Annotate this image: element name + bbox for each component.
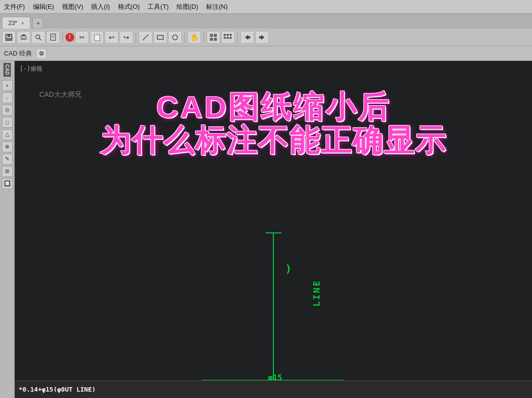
tab-label: 23* xyxy=(8,20,17,27)
menu-tools[interactable]: 工具(T) xyxy=(148,2,169,11)
workspace-toolbar: CAD 经典 ⚙ xyxy=(0,46,532,61)
svg-line-11 xyxy=(143,34,148,40)
draw-button-2[interactable] xyxy=(153,31,167,44)
draw-button-3[interactable] xyxy=(168,31,182,44)
main-toolbar: ! ✂ 📋 ↩ ↪ ✋ xyxy=(0,28,532,46)
svg-rect-18 xyxy=(224,34,226,36)
svg-rect-16 xyxy=(210,38,213,41)
cad-side-label[interactable]: CAD xyxy=(3,63,11,77)
overlay-title-line2: 为什么标注不能正确显示 xyxy=(15,124,532,157)
status-indicator: ! xyxy=(65,33,74,42)
left-tool-1[interactable]: + xyxy=(2,80,13,91)
menu-bar: 文件(F) 编辑(E) 视图(V) 插入(I) 格式(O) 工具(T) 绘图(D… xyxy=(0,0,532,14)
tab-close-button[interactable]: × xyxy=(21,20,24,26)
left-panel: CAD + - ◎ □ △ ⊕ ✎ ⊞ 🔲 xyxy=(0,61,15,398)
menu-annotate[interactable]: 标注(N) xyxy=(206,2,228,11)
left-tool-9[interactable]: 🔲 xyxy=(2,178,13,189)
undo-button[interactable]: ↩ xyxy=(105,31,118,44)
back-arrow-icon xyxy=(243,33,251,41)
separator-5 xyxy=(237,32,238,42)
svg-rect-21 xyxy=(224,37,226,39)
svg-rect-5 xyxy=(22,38,25,39)
overlay-title: CAD图纸缩小后 为什么标注不能正确显示 xyxy=(15,90,532,157)
separator-1 xyxy=(62,32,63,42)
status-dot: ! xyxy=(69,34,70,40)
svg-rect-17 xyxy=(214,38,217,41)
draw-button-1[interactable] xyxy=(139,31,152,44)
svg-rect-15 xyxy=(214,34,217,37)
page-button[interactable] xyxy=(46,31,60,44)
main-area: CAD + - ◎ □ △ ⊕ ✎ ⊞ 🔲 [-]俯视 CAD大大师兄 LINE… xyxy=(0,61,532,398)
print-button[interactable] xyxy=(17,31,30,44)
redo-button[interactable]: ↪ xyxy=(119,31,133,44)
separator-2 xyxy=(136,32,136,42)
overlay-title-line1: CAD图纸缩小后 xyxy=(15,90,532,124)
svg-rect-19 xyxy=(227,34,229,36)
tab-bar: 23* × + xyxy=(0,14,532,28)
back-button[interactable] xyxy=(240,31,254,44)
workspace-label: CAD 经典 xyxy=(4,49,32,58)
page-icon xyxy=(49,33,57,41)
tab-add-button[interactable]: + xyxy=(32,18,43,28)
left-tool-3[interactable]: ◎ xyxy=(2,105,13,115)
left-tool-8[interactable]: ⊞ xyxy=(2,166,13,177)
status-bar: *0.14+φ15(φ0UT LINE) xyxy=(15,380,532,398)
calc-icon xyxy=(223,33,233,41)
grid-button-2[interactable] xyxy=(221,31,235,44)
svg-rect-20 xyxy=(230,34,232,36)
left-tool-7[interactable]: ✎ xyxy=(2,154,13,165)
svg-rect-12 xyxy=(157,35,163,39)
svg-rect-2 xyxy=(6,38,11,40)
separator-3 xyxy=(184,32,185,42)
rect-tool-icon xyxy=(156,33,164,41)
save-button[interactable] xyxy=(2,31,16,44)
svg-text:): ) xyxy=(285,262,292,275)
svg-rect-4 xyxy=(22,34,25,36)
status-text: *0.14+φ15(φ0UT LINE) xyxy=(19,386,96,393)
svg-line-7 xyxy=(39,38,41,40)
left-tool-4[interactable]: □ xyxy=(2,117,13,128)
print-icon xyxy=(20,33,28,41)
left-tool-2[interactable]: - xyxy=(2,92,13,103)
save-icon xyxy=(5,33,13,41)
svg-rect-23 xyxy=(230,37,232,39)
left-tool-6[interactable]: ⊕ xyxy=(2,142,13,152)
menu-format[interactable]: 格式(O) xyxy=(118,2,140,11)
zoom-icon xyxy=(34,33,42,41)
grid-icon xyxy=(209,33,217,41)
svg-point-6 xyxy=(36,35,40,39)
left-tool-5[interactable]: △ xyxy=(2,129,13,140)
forward-arrow-icon xyxy=(258,33,266,41)
menu-view[interactable]: 视图(V) xyxy=(62,2,83,11)
svg-point-13 xyxy=(173,35,177,40)
separator-4 xyxy=(204,32,204,42)
grid-button-1[interactable] xyxy=(207,31,220,44)
zoom-button[interactable] xyxy=(31,31,45,44)
workspace-settings-button[interactable]: ⚙ xyxy=(36,48,47,59)
line-tool-icon xyxy=(142,33,149,41)
svg-rect-14 xyxy=(210,34,213,37)
menu-insert[interactable]: 插入(I) xyxy=(91,2,110,11)
forward-button[interactable] xyxy=(255,31,269,44)
svg-rect-1 xyxy=(7,34,10,37)
main-tab[interactable]: 23* × xyxy=(2,17,30,28)
svg-rect-22 xyxy=(227,37,229,39)
svg-text:LINE: LINE xyxy=(311,280,322,307)
cut-button[interactable]: ✂ xyxy=(75,31,89,44)
menu-edit[interactable]: 编辑(E) xyxy=(33,2,54,11)
menu-draw[interactable]: 绘图(D) xyxy=(177,2,198,11)
hand-tool-button[interactable]: ✋ xyxy=(187,31,201,44)
circle-tool-icon xyxy=(171,33,179,41)
copy-button[interactable]: 📋 xyxy=(90,31,104,44)
cad-viewport[interactable]: [-]俯视 CAD大大师兄 LINE ) φ15 φ00 CAD图纸缩小后 为什… xyxy=(15,61,532,398)
menu-file[interactable]: 文件(F) xyxy=(4,2,25,11)
